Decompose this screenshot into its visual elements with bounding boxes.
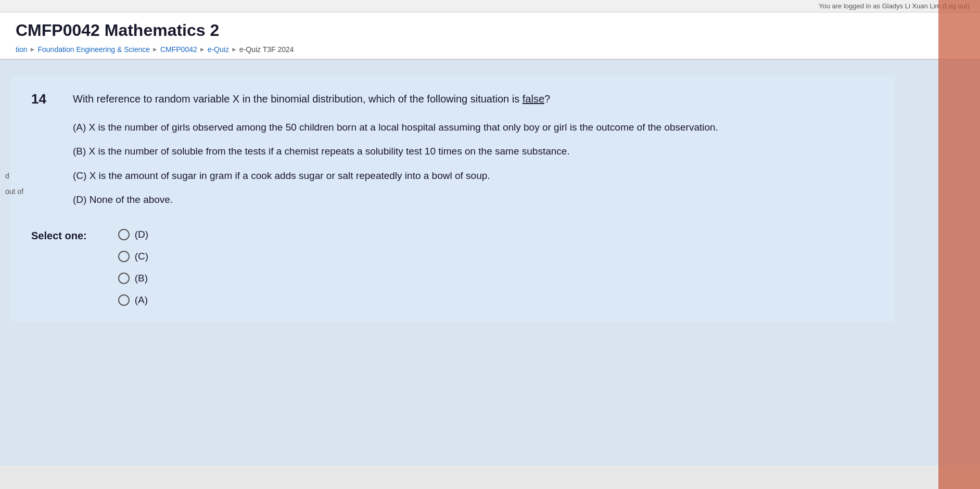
radio-input-a[interactable]	[118, 294, 130, 306]
question-text: With reference to random variable X in t…	[73, 91, 874, 107]
options-area: (A) X is the number of girls observed am…	[31, 120, 874, 208]
breadcrumb-sep-2: ►	[152, 46, 158, 53]
question-underlined-word: false	[523, 93, 544, 105]
radio-item-a[interactable]: (A)	[118, 294, 148, 306]
option-c: (C) X is the amount of sugar in gram if …	[73, 168, 874, 184]
radio-input-b[interactable]	[118, 273, 130, 284]
main-content: d out of 14 With reference to random var…	[0, 60, 980, 466]
breadcrumb-item-home[interactable]: tion	[16, 45, 28, 54]
question-number: 14	[31, 91, 57, 107]
radio-input-d[interactable]	[118, 229, 130, 240]
radio-item-b[interactable]: (B)	[118, 273, 148, 284]
radio-label-b: (B)	[135, 273, 148, 284]
breadcrumb-item-equiz[interactable]: e-Quiz	[208, 45, 229, 54]
sidebar-label-outof: out of	[5, 187, 23, 196]
right-decorative-panel	[938, 0, 980, 489]
question-text-after: ?	[544, 93, 550, 105]
page-title: CMFP0042 Mathematics 2	[16, 21, 964, 40]
radio-item-d[interactable]: (D)	[118, 229, 148, 240]
breadcrumb-sep-3: ►	[199, 46, 206, 53]
select-one-area: Select one: (D) (C) (B) (A)	[31, 229, 874, 306]
question-text-before: With reference to random variable X in t…	[73, 93, 523, 105]
radio-label-a: (A)	[135, 294, 148, 306]
breadcrumb-sep-4: ►	[231, 46, 237, 53]
top-bar: You are logged in as Gladys Li Xuan Lim …	[0, 0, 980, 12]
option-d: (D) None of the above.	[73, 192, 874, 208]
page-title-area: CMFP0042 Mathematics 2 tion ► Foundation…	[0, 12, 980, 60]
select-one-label: Select one:	[31, 230, 87, 242]
option-b: (B) X is the number of soluble from the …	[73, 144, 874, 159]
sidebar-label-d: d	[5, 172, 9, 180]
radio-label-c: (C)	[135, 251, 148, 262]
radio-item-c[interactable]: (C)	[118, 251, 148, 262]
radio-input-c[interactable]	[118, 251, 130, 262]
breadcrumb-item-foundation[interactable]: Foundation Engineering & Science	[37, 45, 150, 54]
breadcrumb-item-cmfp0042[interactable]: CMFP0042	[160, 45, 197, 54]
breadcrumb-item-current: e-Quiz T3F 2024	[239, 45, 294, 54]
question-container: 14 With reference to random variable X i…	[10, 75, 895, 321]
question-header: 14 With reference to random variable X i…	[31, 91, 874, 107]
option-a: (A) X is the number of girls observed am…	[73, 120, 874, 135]
breadcrumb: tion ► Foundation Engineering & Science …	[16, 45, 964, 54]
breadcrumb-sep-1: ►	[30, 46, 36, 53]
radio-options-group: (D) (C) (B) (A)	[118, 229, 148, 306]
radio-label-d: (D)	[135, 229, 148, 240]
